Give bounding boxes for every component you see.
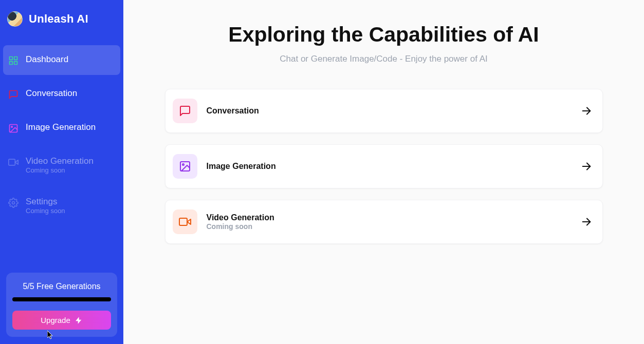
sidebar-item-label: Image Generation	[26, 122, 96, 132]
svg-marker-6	[15, 160, 18, 164]
svg-rect-7	[9, 159, 15, 165]
brand-logo-icon	[7, 11, 23, 27]
lightning-icon	[75, 316, 83, 324]
arrow-right-icon	[581, 105, 592, 117]
svg-rect-1	[14, 57, 17, 60]
svg-point-11	[182, 164, 184, 165]
feature-title: Conversation	[207, 106, 572, 116]
brand-title: Unleash AI	[29, 12, 88, 26]
sidebar-item-label: Video Generation	[26, 156, 94, 166]
feature-title: Video Generation	[207, 213, 572, 222]
svg-rect-3	[10, 62, 13, 65]
svg-rect-2	[14, 62, 17, 65]
page-title: Exploring the Capabilities of AI	[228, 23, 539, 47]
feature-title: Image Generation	[207, 162, 572, 171]
chat-icon	[173, 99, 197, 123]
feature-list: Conversation Image Generation	[165, 89, 603, 244]
sidebar-item-label: Dashboard	[26, 54, 68, 65]
sidebar-item-label: Settings	[26, 197, 65, 207]
sidebar-item-settings: Settings Coming soon	[0, 187, 123, 224]
sidebar-item-label: Conversation	[26, 88, 77, 99]
svg-point-5	[11, 126, 12, 128]
svg-rect-14	[179, 218, 187, 225]
upgrade-box: 5/5 Free Generations Upgrade	[6, 273, 117, 337]
gear-icon	[8, 198, 19, 208]
feature-card-video-generation[interactable]: Video Generation Coming soon	[165, 200, 603, 244]
image-icon	[8, 123, 19, 133]
arrow-right-icon	[581, 216, 592, 227]
main-content: Exploring the Capabilities of AI Chat or…	[123, 0, 644, 344]
svg-rect-0	[10, 57, 13, 60]
feature-card-conversation[interactable]: Conversation	[165, 89, 603, 133]
sidebar: Unleash AI Dashboard Conversation	[0, 0, 123, 344]
sidebar-item-conversation[interactable]: Conversation	[0, 79, 123, 109]
progress-bar	[12, 297, 111, 301]
arrow-right-icon	[581, 161, 592, 172]
sidebar-item-image-generation[interactable]: Image Generation	[0, 113, 123, 143]
sidebar-item-sub: Coming soon	[26, 166, 94, 174]
video-icon	[173, 209, 197, 234]
upgrade-button-label: Upgrade	[41, 316, 70, 324]
page-subtitle: Chat or Generate Image/Code - Enjoy the …	[280, 54, 487, 64]
dashboard-icon	[8, 55, 19, 66]
sidebar-item-video-generation: Video Generation Coming soon	[0, 147, 123, 183]
svg-point-8	[12, 202, 15, 204]
sidebar-item-dashboard[interactable]: Dashboard	[3, 45, 120, 75]
svg-marker-13	[187, 219, 191, 224]
image-icon	[173, 154, 197, 179]
upgrade-button[interactable]: Upgrade	[12, 311, 111, 330]
feature-sub: Coming soon	[207, 222, 572, 231]
video-icon	[8, 157, 19, 167]
nav: Dashboard Conversation Image Generation	[0, 45, 123, 224]
sidebar-item-sub: Coming soon	[26, 207, 65, 215]
brand[interactable]: Unleash AI	[0, 0, 123, 38]
feature-card-image-generation[interactable]: Image Generation	[165, 144, 603, 188]
chat-icon	[8, 89, 19, 100]
free-generations-text: 5/5 Free Generations	[23, 282, 100, 291]
